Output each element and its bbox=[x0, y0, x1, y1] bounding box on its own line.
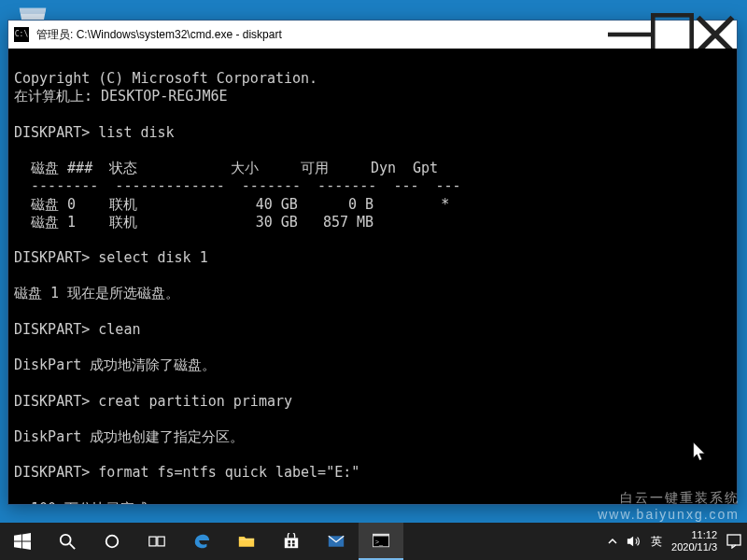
svg-rect-5 bbox=[149, 537, 156, 546]
start-button[interactable] bbox=[0, 523, 45, 560]
svg-rect-6 bbox=[158, 537, 164, 546]
mail-button[interactable] bbox=[314, 523, 359, 560]
folder-icon bbox=[238, 533, 255, 550]
search-button[interactable] bbox=[45, 523, 90, 560]
terminal-output[interactable]: Copyright (C) Microsoft Corporation. 在计算… bbox=[8, 49, 737, 504]
svg-rect-10 bbox=[288, 544, 290, 547]
watermark-text: 白云一键重装系统 www.baiyunxg.com bbox=[598, 490, 740, 523]
taskbar: >_ 英 11:12 2020/11/3 bbox=[0, 523, 747, 560]
svg-point-2 bbox=[61, 535, 71, 545]
taskbar-time: 11:12 bbox=[671, 529, 717, 541]
search-icon bbox=[59, 533, 76, 550]
svg-rect-11 bbox=[292, 544, 295, 547]
taskbar-date: 2020/11/3 bbox=[671, 541, 717, 553]
watermark-line1: 白云一键重装系统 bbox=[598, 490, 740, 507]
tray-chevron-up-icon[interactable] bbox=[608, 537, 617, 546]
mail-icon bbox=[328, 533, 345, 550]
task-view-button[interactable] bbox=[134, 523, 179, 560]
taskbar-clock[interactable]: 11:12 2020/11/3 bbox=[671, 529, 717, 553]
svg-line-3 bbox=[70, 544, 75, 549]
cortana-icon bbox=[104, 533, 120, 550]
edge-icon bbox=[193, 533, 210, 550]
volume-icon[interactable] bbox=[627, 535, 641, 548]
cortana-button[interactable] bbox=[90, 523, 134, 560]
window-title: 管理员: C:\Windows\system32\cmd.exe - diskp… bbox=[35, 27, 608, 43]
svg-point-4 bbox=[106, 536, 119, 548]
titlebar[interactable]: C:\ 管理员: C:\Windows\system32\cmd.exe - d… bbox=[8, 21, 737, 49]
notifications-icon[interactable] bbox=[726, 534, 741, 549]
mouse-cursor-icon bbox=[693, 442, 708, 467]
ime-indicator[interactable]: 英 bbox=[651, 534, 662, 550]
store-icon bbox=[283, 533, 300, 550]
svg-text:>_: >_ bbox=[375, 538, 384, 546]
svg-rect-7 bbox=[285, 538, 298, 548]
svg-rect-0 bbox=[608, 33, 651, 37]
windows-icon bbox=[14, 533, 31, 550]
edge-button[interactable] bbox=[179, 523, 224, 560]
store-button[interactable] bbox=[269, 523, 314, 560]
svg-rect-16 bbox=[727, 535, 740, 545]
close-button[interactable] bbox=[694, 21, 737, 49]
cmd-window: C:\ 管理员: C:\Windows\system32\cmd.exe - d… bbox=[7, 20, 738, 505]
cmd-icon: C:\ bbox=[14, 27, 29, 42]
maximize-button[interactable] bbox=[651, 21, 694, 49]
minimize-button[interactable] bbox=[608, 21, 651, 49]
cmd-taskbar-icon: >_ bbox=[373, 532, 389, 549]
file-explorer-button[interactable] bbox=[224, 523, 269, 560]
svg-rect-8 bbox=[288, 540, 290, 543]
watermark-line2: www.baiyunxg.com bbox=[598, 507, 740, 524]
cmd-taskbar-button[interactable]: >_ bbox=[359, 523, 403, 560]
svg-rect-9 bbox=[292, 540, 295, 543]
task-view-icon bbox=[148, 533, 165, 550]
